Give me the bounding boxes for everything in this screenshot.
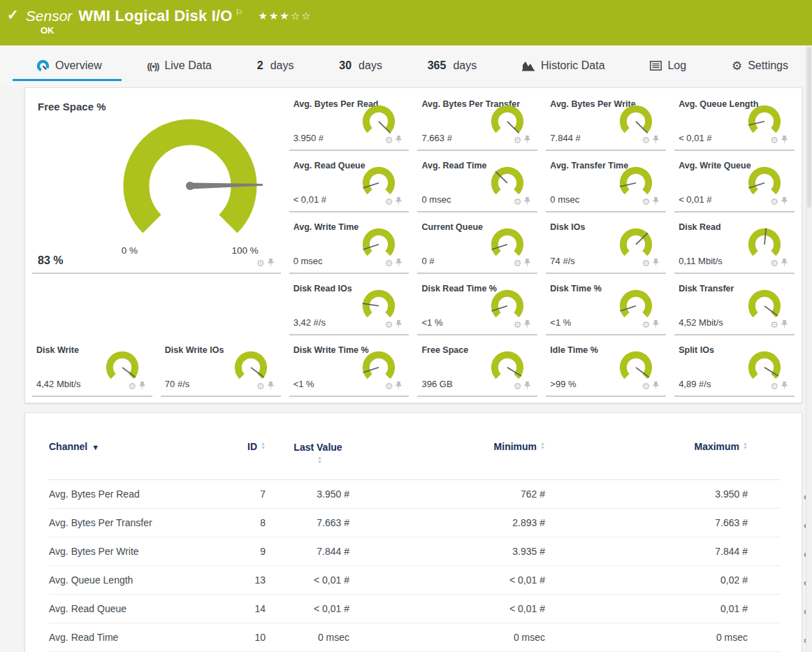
table-row[interactable]: Avg. Bytes Per Transfer87.663 #2.893 #7.…: [49, 509, 781, 537]
gauge-title: Disk Write: [36, 345, 79, 355]
pin-icon[interactable]: [396, 382, 402, 391]
gauge-tile: Avg. Read Time0 msec⚙: [417, 151, 537, 212]
table-row[interactable]: Avg. Read Time100 msec0 msec0 msec⚙⚙: [49, 623, 781, 652]
gear-icon[interactable]: ⚙: [770, 136, 778, 145]
tab-log[interactable]: Log: [647, 45, 689, 86]
gauge-title: Idle Time %: [550, 345, 598, 355]
sort-icon[interactable]: ▲▼: [317, 456, 322, 464]
pin-icon[interactable]: [524, 320, 530, 329]
gauge-title: Avg. Read Queue: [293, 161, 365, 171]
pin-icon[interactable]: [268, 259, 274, 268]
vertical-scrollbar[interactable]: [806, 45, 812, 652]
gear-icon[interactable]: ⚙: [256, 259, 265, 268]
pin-icon[interactable]: [396, 197, 402, 206]
pin-icon[interactable]: [139, 382, 145, 391]
gear-icon[interactable]: ⚙: [514, 259, 522, 268]
table-row[interactable]: Avg. Read Queue14< 0,01 #< 0,01 #0,01 #⚙…: [49, 595, 781, 623]
tab-settings[interactable]: ⚙ Settings: [729, 45, 791, 86]
scrollbar-thumb[interactable]: [807, 47, 811, 208]
pin-icon[interactable]: [653, 320, 659, 329]
sort-icon[interactable]: ▲▼: [743, 442, 748, 450]
gear-icon[interactable]: ⚙: [385, 382, 393, 391]
pin-icon[interactable]: [653, 259, 659, 268]
tab-number: 2: [257, 59, 263, 72]
tab-live-data[interactable]: ((•)) Live Data: [145, 45, 215, 86]
pin-icon[interactable]: [396, 259, 402, 268]
gauge-dial: [231, 348, 271, 384]
pin-icon[interactable]: [781, 382, 788, 391]
column-header-last-value[interactable]: Last Value▲▼: [266, 430, 370, 480]
gauge-value: 3.950 #: [293, 133, 324, 143]
table-row[interactable]: Avg. Bytes Per Read73.950 #762 #3.950 #⚙…: [49, 480, 781, 509]
pin-icon[interactable]: [396, 136, 402, 145]
minimum-cell: 3.935 #: [370, 537, 545, 566]
gear-icon[interactable]: ⚙: [128, 382, 136, 391]
tab-2-days[interactable]: 2 days: [254, 45, 297, 86]
pin-icon[interactable]: [653, 382, 659, 391]
gauge-value: 4,42 Mbit/s: [36, 379, 81, 389]
gear-icon[interactable]: ⚙: [514, 382, 522, 391]
gear-icon[interactable]: ⚙: [770, 259, 778, 268]
pin-icon[interactable]: [396, 320, 402, 329]
table-row[interactable]: Avg. Bytes Per Write97.844 #3.935 #7.844…: [49, 537, 781, 566]
sort-active-icon[interactable]: ▼: [92, 443, 99, 451]
gauge-tile: Idle Time %>99 %⚙: [546, 335, 666, 397]
area-chart-icon: [522, 61, 535, 71]
gear-icon[interactable]: ⚙: [642, 320, 651, 329]
gear-icon[interactable]: ⚙: [385, 320, 393, 329]
gear-icon[interactable]: ⚙: [385, 136, 393, 145]
gauge-title: Avg. Write Queue: [679, 161, 751, 171]
gauge-title: Disk IOs: [550, 222, 585, 232]
pin-icon[interactable]: [781, 136, 788, 145]
gauge-tile: Avg. Bytes Per Transfer7.663 #⚙: [417, 89, 537, 151]
column-header-maximum[interactable]: Maximum▲▼: [545, 430, 748, 480]
column-header-channel[interactable]: Channel▼: [49, 430, 213, 480]
sort-icon[interactable]: ▲▼: [261, 442, 266, 450]
pin-icon[interactable]: [653, 136, 659, 145]
pin-icon[interactable]: [524, 197, 530, 206]
tab-30-days[interactable]: 30 days: [336, 45, 385, 86]
gear-icon[interactable]: ⚙: [514, 197, 522, 206]
gear-icon[interactable]: ⚙: [770, 382, 778, 391]
tab-number: 365: [428, 59, 447, 72]
column-header-minimum[interactable]: Minimum▲▼: [370, 430, 545, 480]
gear-icon[interactable]: ⚙: [770, 197, 778, 206]
gear-icon[interactable]: ⚙: [385, 197, 393, 206]
pin-icon[interactable]: [524, 259, 530, 268]
tab-label: Overview: [55, 59, 102, 72]
table-row[interactable]: Avg. Queue Length13< 0,01 #< 0,01 #0,02 …: [49, 566, 781, 595]
gear-icon[interactable]: ⚙: [514, 320, 522, 329]
gauge-title: Split IOs: [679, 345, 714, 355]
gear-icon[interactable]: ⚙: [642, 136, 651, 145]
primary-gauge-value: 83 %: [38, 254, 63, 267]
pin-icon[interactable]: [781, 320, 788, 329]
gauge-dial: [358, 287, 399, 323]
gauge-dial: [744, 102, 785, 138]
pin-icon[interactable]: [653, 197, 659, 206]
status-text: OK: [41, 25, 55, 36]
star-rating[interactable]: ★★★☆☆: [258, 10, 312, 22]
tab-label: days: [270, 59, 294, 72]
gear-icon[interactable]: ⚙: [770, 320, 778, 329]
pin-icon[interactable]: [524, 382, 530, 391]
tab-historic-data[interactable]: Historic Data: [519, 45, 608, 86]
flag-icon[interactable]: ⚐: [235, 8, 243, 17]
gauges-card: Free Space % 0 % 100 % 83 % ⚙: [24, 87, 802, 403]
gauge-value: < 0,01 #: [293, 194, 326, 205]
sort-icon[interactable]: ▲▼: [540, 442, 545, 450]
gear-icon[interactable]: ⚙: [385, 259, 393, 268]
pin-icon[interactable]: [781, 197, 788, 206]
gear-icon[interactable]: ⚙: [642, 382, 651, 391]
pin-icon[interactable]: [268, 382, 274, 391]
tab-overview[interactable]: Overview: [34, 45, 105, 86]
gauge-title: Disk Time %: [550, 284, 601, 294]
pin-icon[interactable]: [781, 259, 788, 268]
column-header-id[interactable]: ID▲▼: [213, 430, 266, 480]
gear-icon[interactable]: ⚙: [514, 136, 522, 145]
pin-icon[interactable]: [524, 136, 530, 145]
gauge-value: 4,89 #/s: [679, 379, 711, 389]
gear-icon[interactable]: ⚙: [256, 382, 265, 391]
gear-icon[interactable]: ⚙: [642, 259, 651, 268]
gear-icon[interactable]: ⚙: [642, 197, 651, 206]
tab-365-days[interactable]: 365 days: [425, 45, 480, 86]
